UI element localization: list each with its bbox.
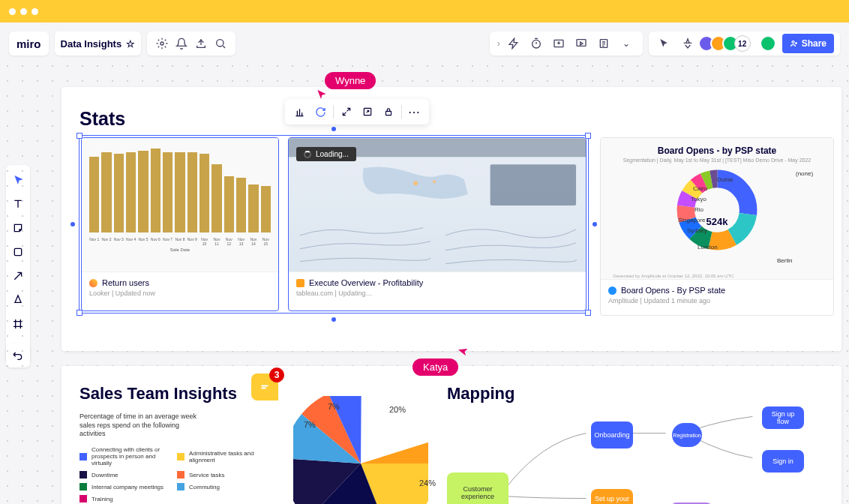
resize-handle-br[interactable]	[585, 310, 591, 316]
chart-type-icon[interactable]	[290, 102, 309, 122]
node-root[interactable]: Customer experience	[447, 472, 508, 504]
window-min-dot[interactable]	[20, 8, 27, 15]
comment-thread[interactable]: 3	[251, 374, 278, 400]
amplitude-icon	[608, 286, 616, 295]
bar-6	[163, 152, 172, 232]
spinner-icon	[304, 151, 311, 158]
star-icon[interactable]: ☆	[126, 38, 135, 50]
insights-frame: Sales Team Insights Percentage of time i…	[62, 366, 842, 504]
pie-section: 7% 7% 20% 24%	[274, 384, 447, 504]
open-link-icon[interactable]	[358, 102, 377, 122]
sales-subheading: Percentage of time in an average week sa…	[80, 412, 200, 439]
node-signup[interactable]: Sign up flow	[762, 406, 804, 429]
bar-chart-x-axis-title: Sale Date	[82, 248, 278, 252]
donut-label-rio: Rio	[694, 206, 704, 213]
katya-badge: Katya	[412, 358, 458, 376]
board-title-box[interactable]: Data Insights ☆	[55, 32, 142, 56]
svg-point-12	[433, 180, 436, 183]
mapping-section: Mapping Customer experience Onboarding S…	[447, 384, 824, 504]
canvas[interactable]: ⋯ Wynne Stats Nov 1Nov 2Nov 3Nov 4Nov 5N…	[0, 58, 849, 504]
note-icon[interactable]	[595, 34, 613, 52]
board-title: Data Insights	[61, 38, 122, 50]
card3-sub: Amplitude | Updated 1 minute ago	[608, 297, 826, 304]
mapping-title: Mapping	[447, 384, 824, 404]
return-users-card[interactable]: Nov 1Nov 2Nov 3Nov 4Nov 5Nov 6Nov 7Nov 8…	[81, 137, 279, 311]
bar-11	[224, 176, 234, 232]
legend-item: Service tasks	[177, 471, 267, 478]
mid-handle-top[interactable]	[332, 127, 336, 131]
donut-title: Board Opens - by PSP state	[608, 146, 826, 156]
bar-10	[212, 164, 221, 232]
settings-icon[interactable]	[153, 34, 171, 52]
more-options-icon[interactable]: ⋯	[405, 102, 424, 122]
profitability-card[interactable]: Loading... Execute Overview - Profitabil…	[288, 137, 586, 311]
legend-item: Connecting with clients or prospects in …	[80, 446, 170, 466]
timer-icon[interactable]	[527, 34, 545, 52]
bar-chart	[82, 138, 278, 236]
current-user-avatar[interactable]	[760, 35, 776, 52]
node-registration[interactable]: Registration	[672, 423, 702, 447]
tableau-icon	[296, 279, 304, 287]
bar-0	[89, 157, 99, 232]
donut-subtitle: Segmentation | Daily, May 1st to May 31s…	[608, 158, 826, 163]
mid-handle-bottom[interactable]	[332, 317, 336, 322]
donut-label-cairo: Cairo	[693, 185, 707, 192]
svg-rect-9	[386, 111, 392, 115]
card3-title: Board Opens - By PSP state	[621, 286, 725, 295]
bar-13	[248, 184, 258, 232]
donut-label-dubai: Dubai	[717, 176, 733, 183]
header-collab: 12 Share	[649, 32, 840, 56]
donut-label-london: London	[698, 244, 718, 250]
bar-9	[200, 154, 209, 232]
mid-handle-right[interactable]	[592, 222, 597, 226]
wynne-cursor	[315, 88, 327, 104]
node-onboarding[interactable]: Onboarding	[591, 422, 633, 448]
bar-3	[126, 152, 136, 232]
embed-icon[interactable]	[550, 34, 568, 52]
svg-rect-13	[490, 164, 576, 206]
legend-item: Administrative tasks and alignment	[177, 446, 267, 466]
pie-label-20: 20%	[389, 405, 406, 414]
svg-point-11	[413, 181, 418, 185]
stats-title: Stats	[80, 108, 824, 130]
pie-label-7b: 7%	[328, 402, 340, 411]
card2-sub: tableau.com | Updating…	[296, 290, 578, 297]
bar-4	[138, 151, 148, 232]
export-icon[interactable]	[192, 34, 210, 52]
pie-chart: 7% 7% 20% 24%	[293, 396, 428, 504]
svg-point-0	[160, 42, 164, 45]
present-icon[interactable]	[572, 34, 590, 52]
reactions-icon[interactable]	[679, 34, 697, 52]
board-opens-card[interactable]: Board Opens - by PSP state Segmentation …	[600, 137, 834, 316]
share-button[interactable]: Share	[782, 34, 834, 53]
collaborator-avatars[interactable]: 12	[703, 35, 751, 52]
donut-chart: 524k (none)San FranciscoNew YorkBerlinLo…	[608, 169, 826, 274]
refresh-icon[interactable]	[310, 102, 330, 122]
bolt-icon[interactable]	[505, 34, 523, 52]
sales-section: Sales Team Insights Percentage of time i…	[80, 384, 274, 504]
window-max-dot[interactable]	[32, 8, 38, 15]
donut-label--none-: (none)	[796, 170, 813, 177]
pie-label-24: 24%	[419, 478, 436, 488]
card1-title: Return users	[102, 278, 149, 287]
share-label: Share	[802, 38, 826, 49]
bar-5	[151, 148, 160, 232]
node-setup[interactable]: Set up your team	[591, 489, 633, 504]
search-icon[interactable]	[212, 34, 230, 52]
chevron-right-icon[interactable]: ›	[497, 38, 500, 49]
mid-handle-left[interactable]	[70, 222, 75, 226]
loading-text: Loading...	[316, 150, 349, 158]
bar-chart-x-labels: Nov 1Nov 2Nov 3Nov 4Nov 5Nov 6Nov 7Nov 8…	[82, 236, 278, 248]
looker-icon	[89, 279, 98, 287]
more-chevron-icon[interactable]: ⌄	[617, 34, 635, 52]
comment-count-badge: 3	[269, 368, 284, 382]
legend-item: Commuting	[177, 483, 267, 490]
app-header: miro Data Insights ☆ › ⌄ 12	[0, 28, 849, 58]
expand-icon[interactable]	[337, 102, 356, 122]
node-signin[interactable]: Sign in	[762, 450, 804, 472]
lock-icon[interactable]	[379, 102, 398, 122]
bell-icon[interactable]	[172, 34, 190, 52]
cursor-mode-icon[interactable]	[655, 34, 673, 52]
window-close-dot[interactable]	[9, 8, 16, 15]
miro-logo[interactable]: miro	[9, 32, 49, 56]
